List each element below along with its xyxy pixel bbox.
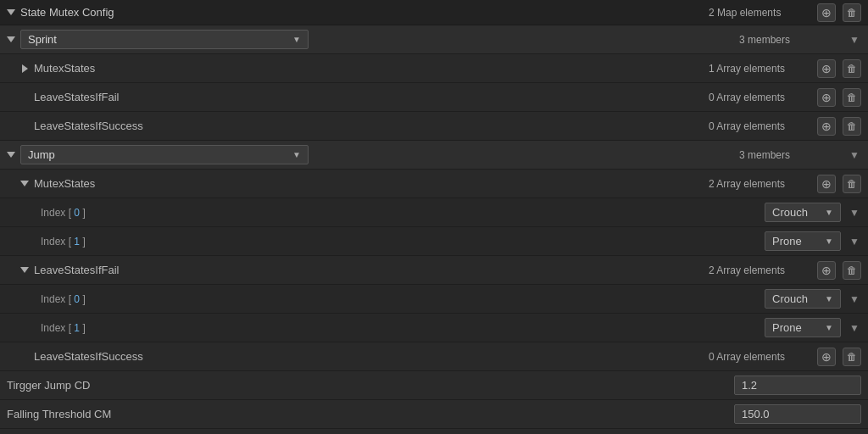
sprint-mutexstates-count: 1 Array elements: [709, 63, 810, 75]
sprint-mutexstates-icon[interactable]: [20, 64, 29, 73]
jump-leavestatesifsucess-row: LeaveStatesIfSuccess 0 Array elements: [0, 342, 868, 371]
tirgger-jump-cd-row: Tirgger Jump CD: [0, 371, 868, 400]
dropdown1-arrow: ▼: [825, 236, 833, 246]
header-title: State Mutex Config: [20, 6, 114, 19]
dropdown2-arrow: ▼: [825, 294, 833, 303]
jump-mutexstates-index0-label: Index [ 0 ]: [41, 207, 86, 219]
sprint-leavestatesiffail-delete[interactable]: [843, 88, 861, 107]
tirgger-jump-cd-label: Tirgger Jump CD: [7, 379, 90, 392]
falling-threshold-label: Falling Threshold CM: [7, 408, 111, 420]
jump-leavestatesiffail-index1-dropdown[interactable]: Prone ▼: [765, 318, 841, 337]
jump-leavestatesiffail-index0-row: Index [ 0 ] Crouch ▼ ▼: [0, 285, 868, 314]
jump-expand-icon[interactable]: ▼: [848, 148, 861, 162]
sprint-mutexstates-label: MutexStates: [34, 62, 95, 75]
sprint-leavestatesiffail-count: 0 Array elements: [709, 92, 810, 103]
jump-member-count: 3 members: [739, 149, 841, 161]
jump-mutexstates-index0-dropdown[interactable]: Crouch ▼: [765, 203, 841, 222]
jump-mutexstates-add[interactable]: [817, 175, 836, 193]
header-count: 2 Map elements: [709, 7, 810, 19]
sprint-leavestatesifsucess-label: LeaveStatesIfSuccess: [34, 120, 143, 132]
jump-mutexstates-index0-expand[interactable]: ▼: [848, 206, 861, 220]
jump-leavestatesiffail-index1-expand[interactable]: ▼: [848, 321, 861, 335]
sprint-dropdown-arrow: ▼: [292, 35, 301, 44]
falling-threshold-input[interactable]: [734, 404, 861, 424]
jump-mutexstates-index1-expand[interactable]: ▼: [848, 235, 861, 248]
falling-threshold-row: Falling Threshold CM: [0, 400, 868, 429]
sprint-member-count: 3 members: [739, 34, 841, 46]
tirgger-jump-cd-input[interactable]: [734, 376, 861, 395]
sprint-leavestatessuccess-add[interactable]: [817, 117, 836, 136]
jump-mutexstates-count: 2 Array elements: [709, 178, 810, 190]
sprint-mutexstates-add[interactable]: [817, 59, 836, 78]
jump-mutexstates-index1-dropdown[interactable]: Prone ▼: [765, 231, 841, 251]
jump-mutexstates-delete[interactable]: [843, 175, 861, 193]
jump-mutexstates-index1-row: Index [ 1 ] Prone ▼ ▼: [0, 227, 868, 256]
header-collapse-icon[interactable]: [7, 8, 15, 17]
sprint-leavestatesiffail-label: LeaveStatesIfFail: [34, 91, 119, 103]
sprint-label[interactable]: Sprint ▼: [20, 30, 309, 49]
jump-leavestatesiffail-add[interactable]: [817, 261, 836, 280]
jump-leavestatesiffail-index0-label: Index [ 0 ]: [41, 293, 86, 305]
sprint-mutexstates-row: MutexStates 1 Array elements: [0, 54, 868, 83]
sprint-leavestatesiffail-add[interactable]: [817, 88, 836, 107]
jump-leavestatesucess-count: 0 Array elements: [709, 351, 810, 363]
sprint-leavestatesucess-count: 0 Array elements: [709, 120, 810, 132]
sprint-expand-icon[interactable]: ▼: [848, 33, 861, 47]
sprint-mutexstates-delete[interactable]: [843, 59, 861, 78]
jump-leavestatesiffail-count: 2 Array elements: [709, 264, 810, 276]
sprint-leavestatessuccess-delete[interactable]: [843, 117, 861, 136]
jump-mutexstates-icon[interactable]: [20, 180, 29, 188]
jump-collapse-icon[interactable]: [7, 151, 15, 159]
header-add-button[interactable]: [817, 3, 836, 22]
jump-mutexstates-index1-label: Index [ 1 ]: [41, 236, 86, 248]
jump-leavestatesiffail-delete[interactable]: [843, 261, 861, 280]
jump-leavestatesiffail-index1-row: Index [ 1 ] Prone ▼ ▼: [0, 314, 868, 342]
header-delete-button[interactable]: [843, 3, 861, 22]
sprint-section-row: Sprint ▼ 3 members ▼: [0, 25, 868, 54]
jump-leavestatesiffail-row: LeaveStatesIfFail 2 Array elements: [0, 256, 868, 285]
jump-leavestatesifsucess-label: LeaveStatesIfSuccess: [34, 350, 143, 363]
jump-leavestatesiffail-index0-expand[interactable]: ▼: [848, 292, 861, 306]
jump-mutexstates-index0-row: Index [ 0 ] Crouch ▼ ▼: [0, 198, 868, 227]
jump-mutexstates-row: MutexStates 2 Array elements: [0, 170, 868, 198]
sprint-leavestatesfail-row: LeaveStatesIfSuccess 0 Array elements: [0, 112, 868, 141]
sprint-leavestatesiffail-row: LeaveStatesIfFail 0 Array elements: [0, 83, 868, 112]
dropdown0-arrow: ▼: [825, 208, 833, 217]
jump-leavestatessuccess-add[interactable]: [817, 348, 836, 366]
jump-leavestatesiffail-index1-label: Index [ 1 ]: [41, 322, 86, 334]
jump-leavestatesiffail-icon[interactable]: [20, 266, 29, 275]
jump-mutexstates-label: MutexStates: [34, 177, 95, 190]
jump-label[interactable]: Jump ▼: [20, 145, 309, 164]
jump-leavestatessuccess-delete[interactable]: [843, 348, 861, 366]
jump-leavestatesiffail-index0-dropdown[interactable]: Crouch ▼: [765, 289, 841, 309]
jump-dropdown-arrow: ▼: [292, 150, 301, 159]
main-header: State Mutex Config 2 Map elements: [0, 0, 868, 25]
jump-leavestatesiffail-label: LeaveStatesIfFail: [34, 264, 119, 276]
sprint-collapse-icon[interactable]: [7, 36, 15, 44]
dropdown3-arrow: ▼: [825, 323, 833, 332]
jump-section-row: Jump ▼ 3 members ▼: [0, 141, 868, 170]
